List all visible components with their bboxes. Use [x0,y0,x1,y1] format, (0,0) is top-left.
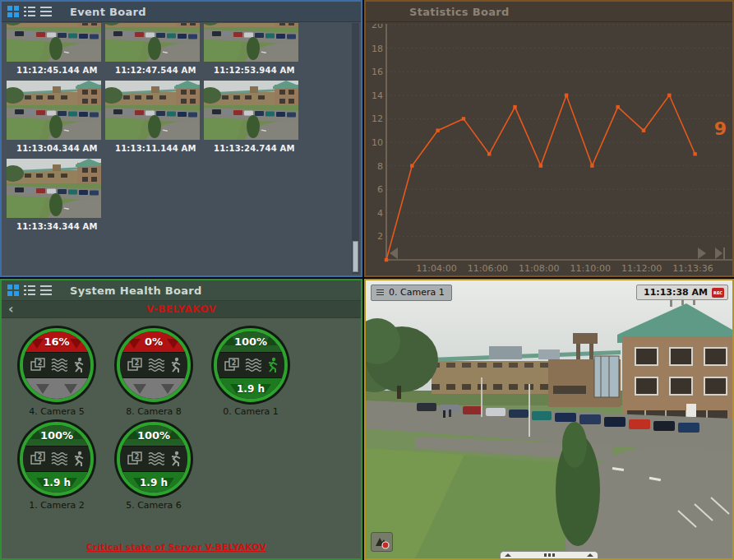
expand-up-icon [505,553,511,557]
back-chevron-icon[interactable]: ‹ [8,301,14,317]
camera-health-gauge[interactable]: 100% 2 [8,422,105,511]
motion-detector-icon [72,451,85,467]
camera-name-chip[interactable]: 0. Camera 1 [371,285,452,301]
statistics-board-panel: Statistics Board 246810121416182011:04:0… [364,0,734,277]
chart-step-forward-button[interactable] [698,248,706,259]
svg-text:2: 2 [37,453,42,460]
bullet-list-view-icon[interactable] [24,7,35,16]
record-hours-label: 1.9 h [43,477,71,488]
stream-waves-icon [148,357,164,373]
event-timestamp: 11:12:47.544 AM [105,62,200,78]
system-health-panel: System Health Board ‹ V-BELYAKOV 16% 2 [0,279,362,560]
statistics-board-header: Statistics Board [366,2,732,22]
frames-icon: 2 [127,357,144,373]
expand-up-icon [587,553,593,557]
health-percent-label: 16% [44,336,69,348]
gauge-camera-label: 8. Camera 8 [105,406,202,417]
event-board-panel: Event Board [0,0,362,277]
event-timestamp: 11:13:34.344 AM [7,218,101,234]
stats-chart-area: 246810121416182011:04:0011:06:0011:08:00… [366,24,732,275]
event-grid: 11:12:45.144 AM [2,22,306,237]
frames-icon: 2 [30,357,47,373]
health-percent-label: 100% [137,429,170,442]
frames-icon: 2 [224,357,241,373]
svg-text:4: 4 [377,208,383,219]
svg-text:12: 12 [372,113,383,124]
event-thumbnail[interactable] [204,23,298,62]
camera-time-label: 11:13:38 AM [644,287,708,298]
frames-icon: 2 [30,451,47,467]
statistics-board-title: Statistics Board [409,6,510,18]
tile-view-icon[interactable] [7,285,19,296]
record-hours-label: 1.9 h [140,477,168,488]
camera-name-label: 0. Camera 1 [389,287,445,298]
svg-text:8: 8 [377,161,383,172]
event-item[interactable]: 11:13:11.144 AM [105,81,200,156]
event-timestamp: 11:13:11.144 AM [105,140,200,156]
event-item[interactable]: 11:13:24.744 AM [204,81,298,156]
rec-indicator-badge: REC [712,288,724,298]
motion-detector-icon [72,357,85,373]
line-list-view-icon[interactable] [40,285,52,295]
svg-text:11:06:00: 11:06:00 [468,263,508,274]
snapshot-button[interactable] [371,532,393,552]
svg-text:2: 2 [134,453,139,460]
motion-detector-icon [265,357,279,373]
event-item[interactable]: 11:12:53.944 AM [204,23,298,78]
gauge-area: 16% 2 [2,318,347,516]
event-item[interactable]: 11:13:04.344 AM [7,81,101,156]
health-percent-label: 100% [234,336,267,348]
svg-text:20: 20 [372,24,383,30]
motion-detector-icon [168,357,182,373]
event-item[interactable]: 11:13:34.344 AM [7,159,101,234]
motion-detector-icon [168,451,182,467]
live-camera-panel: 0. Camera 1 11:13:38 AM REC [364,279,734,560]
camera-menu-icon [376,289,384,295]
svg-text:11:04:00: 11:04:00 [416,263,456,274]
health-percent-label: 100% [40,429,73,442]
bullet-list-view-icon[interactable] [24,285,35,295]
chart-current-value-label: 9 [714,118,727,139]
event-scrollbar-thumb[interactable] [353,241,358,272]
svg-text:14: 14 [372,90,383,101]
event-thumbnail[interactable] [204,81,298,140]
event-timestamp: 11:13:24.744 AM [204,140,298,156]
chart-jump-to-end-button[interactable] [715,248,722,259]
stream-waves-icon [148,451,164,467]
event-thumbnail[interactable] [7,159,101,218]
svg-text:18: 18 [372,44,383,54]
event-item[interactable]: 11:12:47.544 AM [105,23,200,78]
camera-health-gauge[interactable]: 100% 2 [105,422,202,511]
critical-state-alert: Critical state of Server V-BELYAKOV [2,542,351,553]
event-thumbnail[interactable] [105,81,200,140]
camera-video-frame[interactable] [366,280,732,558]
gauge-camera-label: 1. Camera 2 [8,500,105,511]
chart-step-back-button[interactable] [390,248,398,259]
tile-view-icon[interactable] [7,6,19,17]
svg-text:2: 2 [134,359,139,367]
camera-health-gauge[interactable]: 0% 2 [105,328,202,417]
event-thumbnail[interactable] [7,81,101,140]
stream-waves-icon [245,357,261,373]
gauge-camera-label: 5. Camera 6 [105,500,202,511]
svg-text:2: 2 [231,359,236,367]
camera-health-gauge[interactable]: 100% 2 [202,328,299,417]
camera-time-chip: 11:13:38 AM REC [636,285,728,300]
gauge-camera-label: 4. Camera 5 [8,406,105,417]
svg-text:2: 2 [377,231,383,242]
event-thumbnail[interactable] [105,23,200,62]
event-scrollbar-track[interactable] [352,23,359,274]
record-hours-label: 1.9 h [237,383,265,395]
stream-waves-icon [51,357,67,373]
event-item[interactable]: 11:12:45.144 AM [7,23,101,78]
event-timestamp: 11:13:04.344 AM [7,140,101,156]
line-list-view-icon[interactable] [40,7,52,16]
event-timestamp: 11:12:45.144 AM [7,62,101,78]
svg-text:11:13:36: 11:13:36 [672,263,713,274]
stream-waves-icon [51,451,67,467]
health-percent-label: 0% [145,336,163,348]
timeline-collapse-handle[interactable] [500,551,598,558]
event-thumbnail[interactable] [7,23,101,62]
svg-text:2: 2 [37,359,42,367]
camera-health-gauge[interactable]: 16% 2 [8,328,105,417]
